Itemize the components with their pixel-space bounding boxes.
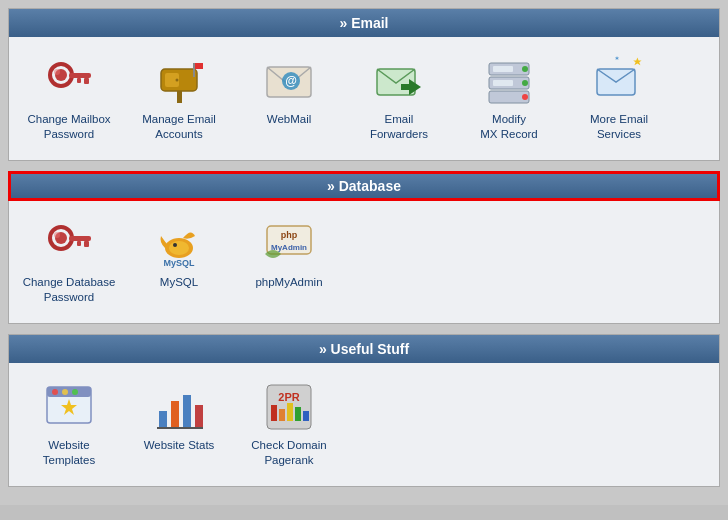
svg-text:MyAdmin: MyAdmin: [271, 243, 307, 252]
webmail-label: WebMail: [267, 112, 312, 127]
svg-rect-54: [157, 427, 203, 429]
email-section-header[interactable]: » Email: [9, 9, 719, 37]
svg-rect-34: [84, 241, 89, 247]
website-templates-label: WebsiteTemplates: [43, 438, 95, 468]
svg-marker-29: [633, 57, 641, 65]
change-database-password-item[interactable]: Change DatabasePassword: [14, 210, 124, 313]
email-section: » Email Change MailboxPassword: [8, 8, 720, 161]
svg-rect-12: [195, 63, 203, 69]
change-mailbox-password-item[interactable]: Change MailboxPassword: [14, 47, 124, 150]
manage-email-accounts-label: Manage EmailAccounts: [142, 112, 216, 142]
svg-rect-2: [69, 73, 91, 78]
email-more-icon: [593, 55, 645, 107]
svg-rect-59: [287, 403, 293, 421]
svg-rect-25: [493, 66, 513, 72]
svg-rect-51: [171, 401, 179, 427]
svg-rect-26: [493, 80, 513, 86]
mx-icon: [483, 55, 535, 107]
svg-point-38: [169, 241, 189, 255]
database-section-header[interactable]: » Database: [9, 172, 719, 200]
modify-mx-record-label: ModifyMX Record: [480, 112, 538, 142]
svg-point-36: [54, 232, 60, 238]
phpmyadmin-label: phpMyAdmin: [255, 275, 322, 290]
mysql-icon: MySQL: [153, 218, 205, 270]
svg-rect-4: [77, 78, 81, 83]
forwarders-icon: [373, 55, 425, 107]
svg-point-47: [62, 389, 68, 395]
check-domain-pagerank-label: Check DomainPagerank: [251, 438, 326, 468]
modify-mx-record-item[interactable]: ModifyMX Record: [454, 47, 564, 150]
website-stats-label: Website Stats: [144, 438, 215, 453]
more-email-services-label: More EmailServices: [590, 112, 648, 142]
database-section: » Database Change DatabasePassword: [8, 171, 720, 324]
svg-rect-35: [77, 241, 81, 246]
svg-point-24: [522, 94, 528, 100]
mysql-label: MySQL: [160, 275, 198, 290]
svg-point-39: [173, 243, 177, 247]
key-icon: [43, 55, 95, 107]
svg-rect-50: [159, 411, 167, 427]
change-database-password-label: Change DatabasePassword: [23, 275, 116, 305]
database-section-body: Change DatabasePassword: [9, 200, 719, 323]
webmail-icon: @: [263, 55, 315, 107]
webmail-item[interactable]: @ WebMail: [234, 47, 344, 150]
svg-rect-33: [69, 236, 91, 241]
email-forwarders-item[interactable]: EmailForwarders: [344, 47, 454, 150]
change-mailbox-password-label: Change MailboxPassword: [27, 112, 110, 142]
svg-rect-53: [195, 405, 203, 427]
svg-rect-3: [84, 78, 89, 84]
mailbox-icon: [153, 55, 205, 107]
svg-rect-11: [193, 63, 195, 77]
svg-rect-52: [183, 395, 191, 427]
useful-section-body: WebsiteTemplates Website Stats: [9, 363, 719, 486]
svg-point-46: [52, 389, 58, 395]
mysql-item[interactable]: MySQL MySQL: [124, 210, 234, 313]
useful-section-header[interactable]: » Useful Stuff: [9, 335, 719, 363]
useful-section: » Useful Stuff WebsiteTempla: [8, 334, 720, 487]
svg-point-48: [72, 389, 78, 395]
svg-rect-60: [295, 407, 301, 421]
svg-text:2PR: 2PR: [278, 391, 299, 403]
svg-rect-57: [271, 405, 277, 421]
svg-text:php: php: [281, 230, 298, 240]
email-section-body: Change MailboxPassword: [9, 37, 719, 160]
svg-rect-58: [279, 409, 285, 421]
manage-email-accounts-item[interactable]: Manage EmailAccounts: [124, 47, 234, 150]
svg-text:MySQL: MySQL: [163, 258, 195, 268]
svg-text:@: @: [285, 74, 297, 88]
svg-marker-30: [615, 56, 619, 60]
website-templates-item[interactable]: WebsiteTemplates: [14, 373, 124, 476]
svg-point-10: [176, 79, 179, 82]
more-email-services-item[interactable]: More EmailServices: [564, 47, 674, 150]
svg-point-23: [522, 80, 528, 86]
phpmyadmin-item[interactable]: php MyAdmin phpMyAdmin: [234, 210, 344, 313]
svg-rect-61: [303, 411, 309, 421]
pagerank-icon: 2PR: [263, 381, 315, 433]
phpmyadmin-icon: php MyAdmin: [263, 218, 315, 270]
svg-point-22: [522, 66, 528, 72]
website-stats-item[interactable]: Website Stats: [124, 373, 234, 476]
check-domain-pagerank-item[interactable]: 2PR Check DomainPagerank: [234, 373, 344, 476]
svg-point-5: [54, 69, 60, 75]
stats-icon: [153, 381, 205, 433]
email-forwarders-label: EmailForwarders: [370, 112, 428, 142]
db-key-icon: [43, 218, 95, 270]
templates-icon: [43, 381, 95, 433]
